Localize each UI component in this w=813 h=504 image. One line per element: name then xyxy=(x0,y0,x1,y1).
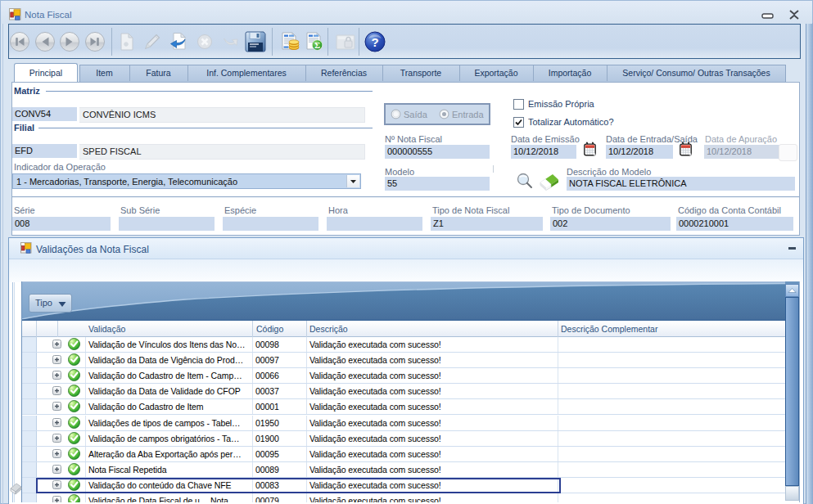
svg-text:?: ? xyxy=(371,35,378,49)
svg-text:Σ: Σ xyxy=(314,40,320,50)
